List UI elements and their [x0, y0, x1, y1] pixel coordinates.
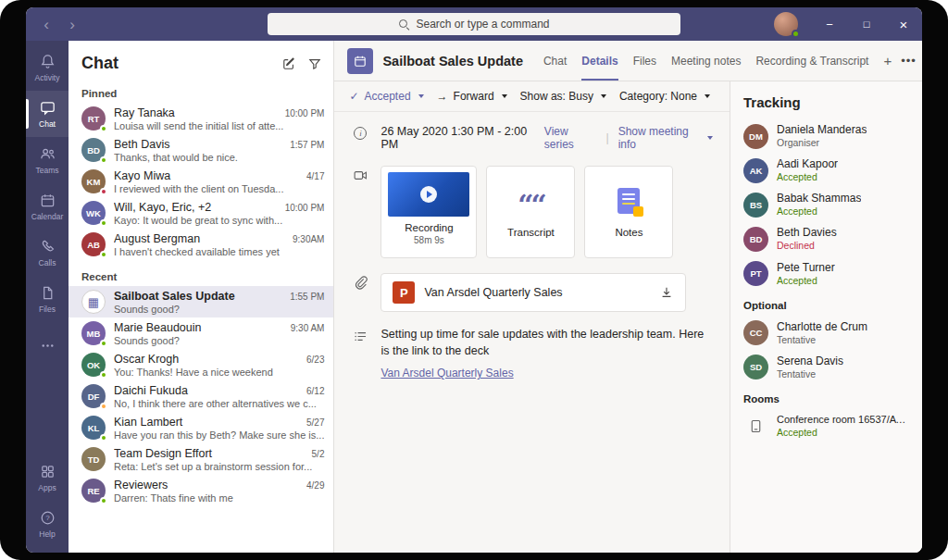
download-icon[interactable] — [659, 285, 674, 300]
attendee-row[interactable]: BS Babak Shammas Accepted — [743, 192, 909, 218]
attendee-status: Declined — [777, 240, 837, 252]
chat-list-item[interactable]: DF Daichi Fukuda 6/12 No, I think there … — [69, 380, 333, 412]
attendee-name: Daniela Manderas — [777, 123, 867, 137]
meeting-details-content: 26 May 2020 1:30 PM - 2:00 PM View serie… — [334, 112, 730, 553]
tab-details[interactable]: Details — [581, 41, 617, 81]
attendee-name: Serena Davis — [777, 355, 843, 368]
chat-list-item[interactable]: AB August Bergman 9:30AM I haven't check… — [69, 229, 333, 260]
chat-item-name: Will, Kayo, Eric, +2 — [114, 201, 281, 214]
chat-list-item[interactable]: OK Oscar Krogh 6/23 You: Thanks! Have a … — [69, 349, 333, 380]
chat-item-time: 9:30 AM — [291, 323, 325, 333]
rail-label: Teams — [35, 166, 58, 175]
presence-indicator — [100, 188, 107, 195]
deck-link[interactable]: Van Arsdel Quarterly Sales — [380, 367, 513, 380]
minimize-button[interactable] — [811, 7, 848, 41]
maximize-button[interactable] — [848, 7, 885, 41]
attendee-row[interactable]: DM Daniela Manderas Organiser — [743, 123, 909, 149]
attendee-row[interactable]: CC Charlotte de Crum Tentative — [743, 320, 909, 346]
tab-chat[interactable]: Chat — [543, 41, 567, 81]
sidebar-item-activity[interactable]: Activity — [26, 44, 69, 91]
chat-item-meta: Oscar Krogh 6/23 You: Thanks! Have a nic… — [114, 353, 324, 378]
avatar: DF — [81, 384, 106, 408]
sidebar-item-teams[interactable]: Teams — [26, 137, 69, 183]
more-options-icon[interactable] — [901, 54, 917, 68]
panel-title: Chat — [81, 54, 270, 73]
chat-list-item[interactable]: TD Team Design Effort 5/2 Reta: Let's se… — [69, 443, 333, 475]
chevron-down-icon — [601, 94, 606, 98]
forward-dropdown[interactable]: Forward — [437, 90, 507, 103]
attachment-card[interactable]: P Van Arsdel Quarterly Sales — [380, 273, 686, 312]
chevron-down-icon — [707, 136, 713, 140]
tab-recording-transcript[interactable]: Recording & Transcript — [755, 41, 868, 81]
sidebar-item-more[interactable] — [26, 322, 69, 368]
chat-list-item[interactable]: ▦ Sailboat Sales Update 1:55 PM Sounds g… — [69, 286, 333, 317]
category-dropdown[interactable]: Category: None — [619, 90, 710, 103]
presence-indicator — [100, 371, 107, 379]
chat-list-item[interactable]: KM Kayo Miwa 4/17 I reviewed with the cl… — [69, 166, 333, 197]
rail-label: Chat — [39, 119, 56, 129]
notes-card[interactable]: Notes — [584, 166, 673, 258]
recording-card[interactable]: Recording 58m 9s — [380, 166, 477, 258]
avatar-initials: BS — [743, 193, 768, 218]
chat-item-name: Kian Lambert — [114, 416, 302, 429]
attendee-row[interactable]: AK Aadi Kapoor Accepted — [743, 157, 909, 183]
avatar: AK — [743, 158, 768, 183]
add-tab-icon[interactable] — [883, 41, 892, 81]
filter-icon[interactable] — [307, 56, 322, 71]
main-body: Accepted Forward Show as: Busy — [334, 81, 922, 553]
avatar-initials: DM — [743, 124, 768, 149]
quote-icon — [518, 186, 544, 214]
rooms-section-label: Rooms — [743, 393, 909, 404]
chat-item-name: Oscar Krogh — [114, 353, 302, 366]
chat-list-item[interactable]: KL Kian Lambert 5/27 Have you ran this b… — [69, 412, 333, 443]
presence-indicator — [100, 340, 107, 347]
transcript-card[interactable]: Transcript — [486, 166, 575, 258]
recording-thumbnail — [388, 172, 469, 217]
room-row[interactable]: Conference room 16537/AV/13 Accepted — [743, 414, 909, 439]
chat-item-preview: Darren: Thats fine with me — [114, 492, 324, 504]
user-avatar[interactable] — [774, 12, 798, 36]
rsvp-accepted-dropdown[interactable]: Accepted — [349, 90, 423, 103]
chat-list-item[interactable]: BD Beth Davis 1:57 PM Thanks, that would… — [69, 134, 333, 166]
attachment-row: P Van Arsdel Quarterly Sales — [351, 273, 713, 312]
chat-list-scroll[interactable]: Pinned RT Ray Tanaka 10:00 — [69, 82, 333, 553]
chat-item-meta: August Bergman 9:30AM I haven't checked … — [114, 232, 324, 257]
details-panel: Accepted Forward Show as: Busy — [334, 81, 730, 553]
bell-icon — [39, 53, 56, 70]
attendee-row[interactable]: SD Serena Davis Tentative — [743, 355, 909, 380]
tab-files[interactable]: Files — [633, 41, 656, 81]
chevron-down-icon — [705, 94, 710, 98]
attendee-row[interactable]: PT Pete Turner Accepted — [743, 261, 909, 287]
attendee-row[interactable]: BD Beth Davies Declined — [743, 226, 909, 252]
show-meeting-info-link[interactable]: Show meeting info — [618, 125, 713, 151]
sidebar-item-calls[interactable]: Calls — [26, 230, 69, 276]
avatar: WK — [81, 201, 106, 225]
chat-list-item[interactable]: MB Marie Beaudouin 9:30 AM Sounds good? — [69, 317, 333, 349]
chat-list-item[interactable]: WK Will, Kayo, Eric, +2 10:00 PM Kayo: I… — [69, 197, 333, 229]
chat-item-time: 6/12 — [306, 386, 324, 396]
sidebar-item-files[interactable]: Files — [26, 276, 69, 322]
sidebar-item-help[interactable]: ? Help — [26, 501, 69, 547]
chat-list-item[interactable]: RT Ray Tanaka 10:00 PM Louisa will send … — [69, 103, 333, 134]
chat-item-time: 5/27 — [306, 417, 324, 428]
tab-meeting-notes[interactable]: Meeting notes — [671, 41, 741, 81]
chat-item-preview: Have you ran this by Beth? Make sure she… — [114, 429, 324, 441]
show-as-dropdown[interactable]: Show as: Busy — [520, 90, 606, 103]
search-input[interactable]: Search or type a command — [268, 13, 680, 35]
chat-item-name: Reviewers — [114, 479, 302, 492]
description-row: Setting up time for sale updates with th… — [351, 327, 713, 380]
chat-list-item[interactable]: RE Reviewers 4/29 Darren: Thats fine wit… — [69, 475, 333, 506]
back-icon[interactable] — [41, 17, 52, 32]
tracking-title: Tracking — [743, 94, 909, 110]
presence-indicator — [100, 403, 107, 410]
avatar-initials: BD — [743, 227, 768, 252]
sidebar-item-calendar[interactable]: Calendar — [26, 183, 69, 230]
forward-icon[interactable] — [67, 17, 78, 32]
sidebar-item-chat[interactable]: Chat — [26, 91, 69, 137]
new-chat-icon[interactable] — [281, 56, 296, 71]
view-series-link[interactable]: View series — [544, 125, 597, 151]
chat-item-meta: Ray Tanaka 10:00 PM Louisa will send the… — [114, 106, 324, 131]
main-column: Sailboat Sales Update Chat Details Files… — [334, 41, 922, 553]
close-button[interactable] — [885, 7, 922, 41]
sidebar-item-apps[interactable]: Apps — [26, 454, 69, 501]
